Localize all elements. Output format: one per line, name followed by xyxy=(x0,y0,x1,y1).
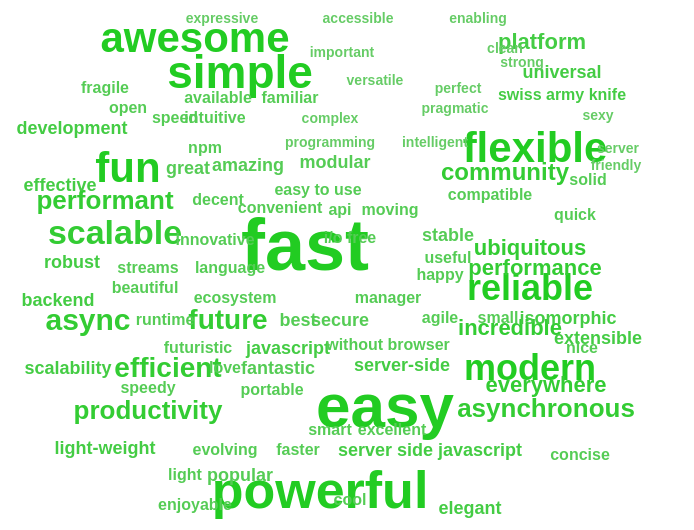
word-item: solid xyxy=(569,171,606,189)
word-item: scalable xyxy=(48,213,182,252)
word-item: stable xyxy=(422,225,474,246)
word-item: javascript xyxy=(246,338,330,359)
word-item: cool xyxy=(334,491,367,509)
word-item: enabling xyxy=(449,10,507,26)
word-item: ecosystem xyxy=(194,289,277,307)
word-item: familiar xyxy=(262,89,319,107)
word-item: strong xyxy=(500,54,544,70)
word-item: pragmatic xyxy=(422,100,489,116)
word-item: intelligent xyxy=(402,134,468,150)
word-item: productivity xyxy=(74,395,223,426)
word-item: server xyxy=(597,140,639,156)
word-item: faster xyxy=(276,441,320,459)
word-item: server-side xyxy=(354,355,450,376)
word-item: elegant xyxy=(438,498,501,519)
word-item: small xyxy=(478,309,519,327)
word-item: amazing xyxy=(212,155,284,176)
word-item: perfect xyxy=(435,80,482,96)
word-item: moving xyxy=(362,201,419,219)
word-item: backend xyxy=(21,290,94,311)
word-item: nice xyxy=(566,339,598,357)
word-item: light xyxy=(168,466,202,484)
word-item: light-weight xyxy=(55,438,156,459)
word-item: swiss army knife xyxy=(498,86,626,104)
word-item: language xyxy=(195,259,265,277)
word-item: enjoyable xyxy=(158,496,232,514)
word-item: open xyxy=(109,99,147,117)
word-item: i/o free xyxy=(324,229,376,247)
word-item: without browser xyxy=(326,336,450,354)
word-item: agile xyxy=(422,309,458,327)
word-item: sexy xyxy=(582,107,613,123)
word-item: easy to use xyxy=(274,181,361,199)
word-item: great xyxy=(166,158,210,179)
word-item: speedy xyxy=(120,379,175,397)
word-item: manager xyxy=(355,289,422,307)
word-item: runtime xyxy=(136,311,195,329)
word-item: happy xyxy=(416,266,463,284)
word-item: popular xyxy=(207,465,273,486)
word-item: fragile xyxy=(81,79,129,97)
word-item: everywhere xyxy=(485,372,606,398)
word-item: development xyxy=(16,118,127,139)
word-item: concise xyxy=(550,446,610,464)
word-item: effective xyxy=(23,175,96,196)
word-item: available xyxy=(184,89,252,107)
word-item: decent xyxy=(192,191,244,209)
word-item: beautiful xyxy=(112,279,179,297)
word-item: secure xyxy=(311,310,369,331)
word-item: performance xyxy=(468,255,601,281)
word-item: smart xyxy=(308,421,352,439)
word-item: fantastic xyxy=(241,358,315,379)
word-item: versatile xyxy=(347,72,404,88)
word-item: api xyxy=(328,201,351,219)
word-item: server side javascript xyxy=(338,440,522,461)
word-item: portable xyxy=(240,381,303,399)
word-item: expressive xyxy=(186,10,258,26)
word-item: friendly xyxy=(591,157,642,173)
word-item: love xyxy=(209,359,241,377)
word-item: intuitive xyxy=(184,109,245,127)
word-cloud: fasteasypowerfulsimpleawesomeflexiblefun… xyxy=(0,0,694,530)
word-item: accessible xyxy=(323,10,394,26)
word-item: programming xyxy=(285,134,375,150)
word-item: evolving xyxy=(193,441,258,459)
word-item: community xyxy=(441,158,569,186)
word-item: isomorphic xyxy=(519,308,616,329)
word-item: quick xyxy=(554,206,596,224)
word-item: useful xyxy=(424,249,471,267)
word-item: modular xyxy=(299,152,370,173)
word-item: robust xyxy=(44,252,100,273)
word-item: convenient xyxy=(238,199,322,217)
word-item: important xyxy=(310,44,375,60)
word-item: compatible xyxy=(448,186,532,204)
word-item: innovative xyxy=(175,231,254,249)
word-item: future xyxy=(188,304,267,336)
word-item: scalability xyxy=(24,358,111,379)
word-item: excellent xyxy=(358,421,426,439)
word-item: futuristic xyxy=(164,339,232,357)
word-item: complex xyxy=(302,110,359,126)
word-item: streams xyxy=(117,259,178,277)
